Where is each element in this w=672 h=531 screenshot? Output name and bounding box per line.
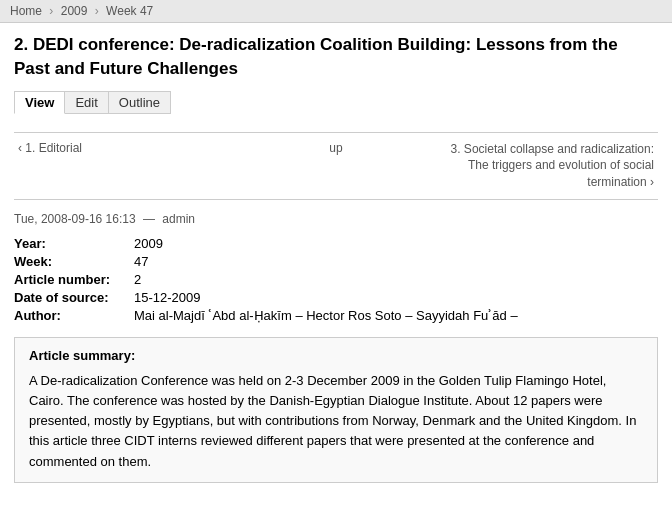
author-value: Mai al-Majdī ʿAbd al-Ḥakīm – Hector Ros … <box>134 308 518 323</box>
tab-bar: View Edit Outline <box>14 91 658 114</box>
breadcrumb-sep-2: › <box>95 4 99 18</box>
date-of-source-value: 15-12-2009 <box>134 290 201 305</box>
breadcrumb-week-link[interactable]: Week 47 <box>106 4 153 18</box>
week-label: Week: <box>14 254 134 269</box>
meta-table: Year: 2009 Week: 47 Article number: 2 Da… <box>14 236 658 323</box>
breadcrumb: Home › 2009 › Week 47 <box>0 0 672 23</box>
tab-outline[interactable]: Outline <box>109 91 171 114</box>
summary-title: Article summary: <box>29 348 643 363</box>
meta-row-article-number: Article number: 2 <box>14 272 658 287</box>
meta-row-year: Year: 2009 <box>14 236 658 251</box>
nav-up-link[interactable]: up <box>230 141 442 155</box>
breadcrumb-home-link[interactable]: Home <box>10 4 42 18</box>
meta-row-author: Author: Mai al-Majdī ʿAbd al-Ḥakīm – Hec… <box>14 308 658 323</box>
breadcrumb-sep-1: › <box>49 4 53 18</box>
meta-row-week: Week: 47 <box>14 254 658 269</box>
tab-edit[interactable]: Edit <box>65 91 108 114</box>
date-text: Tue, 2008-09-16 16:13 <box>14 212 136 226</box>
breadcrumb-year-link[interactable]: 2009 <box>61 4 88 18</box>
author-user: admin <box>162 212 195 226</box>
main-content: 2. DEDI conference: De-radicalization Co… <box>0 23 672 497</box>
summary-text: A De-radicalization Conference was held … <box>29 371 643 472</box>
nav-next-link[interactable]: 3. Societal collapse and radicalization:… <box>442 141 654 191</box>
author-label: Author: <box>14 308 134 323</box>
date-of-source-label: Date of source: <box>14 290 134 305</box>
navigation-row: ‹ 1. Editorial up 3. Societal collapse a… <box>14 132 658 200</box>
meta-row-date-of-source: Date of source: 15-12-2009 <box>14 290 658 305</box>
tab-view[interactable]: View <box>14 91 65 114</box>
meta-date: Tue, 2008-09-16 16:13 — admin <box>14 212 658 226</box>
year-value: 2009 <box>134 236 163 251</box>
article-number-value: 2 <box>134 272 141 287</box>
date-dash: — <box>143 212 155 226</box>
summary-box: Article summary: A De-radicalization Con… <box>14 337 658 483</box>
nav-prev-link[interactable]: ‹ 1. Editorial <box>18 141 230 155</box>
page-title: 2. DEDI conference: De-radicalization Co… <box>14 33 658 81</box>
article-number-label: Article number: <box>14 272 134 287</box>
week-value: 47 <box>134 254 148 269</box>
year-label: Year: <box>14 236 134 251</box>
